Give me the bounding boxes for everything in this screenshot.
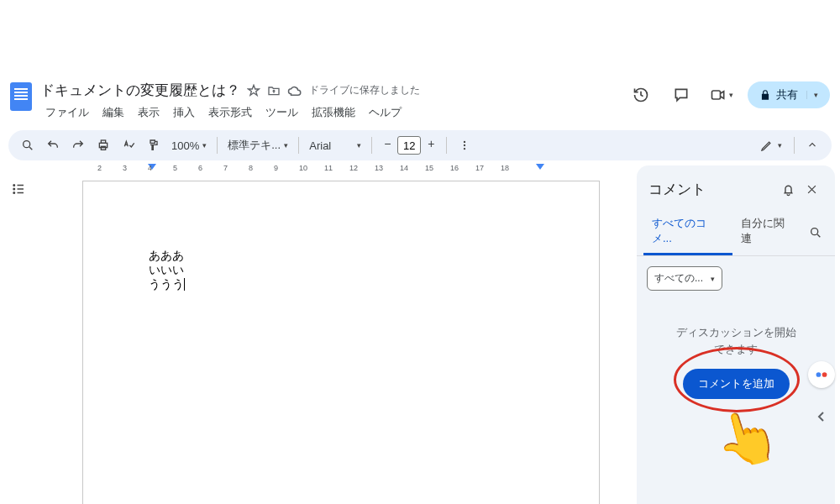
comments-icon[interactable] — [667, 81, 696, 109]
menu-tools[interactable]: ツール — [260, 103, 303, 122]
meet-icon[interactable]: ▾ — [707, 81, 736, 109]
menu-file[interactable]: ファイル — [40, 103, 94, 122]
document-text[interactable]: あああ いいい ううう — [149, 249, 533, 291]
save-status: ドライブに保存しました — [309, 83, 420, 97]
svg-point-1 — [24, 141, 30, 148]
comments-panel-title: コメント — [648, 180, 776, 199]
menu-edit[interactable]: 編集 — [97, 103, 129, 122]
tab-all-comments[interactable]: すべてのコメ... — [643, 209, 732, 255]
svg-rect-0 — [712, 91, 721, 99]
svg-point-13 — [822, 372, 827, 377]
menu-help[interactable]: ヘルプ — [364, 103, 407, 122]
side-float-button[interactable] — [808, 361, 835, 388]
paint-format-icon[interactable] — [143, 134, 165, 156]
font-size-control: − + — [379, 136, 439, 155]
svg-point-8 — [13, 185, 15, 186]
separator — [298, 137, 299, 154]
title-bar: ドキュメントの変更履歴とは？ ドライブに保存しました ファイル 編集 表示 挿入… — [0, 76, 840, 127]
svg-rect-3 — [101, 140, 105, 143]
share-label: 共有 — [776, 87, 798, 102]
menu-bar: ファイル 編集 表示 挿入 表示形式 ツール 拡張機能 ヘルプ — [40, 103, 618, 122]
menu-extensions[interactable]: 拡張機能 — [307, 103, 360, 122]
history-icon[interactable] — [627, 81, 655, 109]
search-icon[interactable] — [17, 134, 39, 156]
outline-toggle-icon[interactable] — [5, 176, 32, 202]
font-size-input[interactable] — [397, 136, 421, 155]
document-container: 2 3 4 5 6 7 8 9 10 11 12 13 14 15 16 17 … — [32, 164, 633, 504]
notifications-icon[interactable] — [776, 177, 800, 201]
svg-point-12 — [816, 372, 822, 377]
move-icon[interactable] — [267, 84, 281, 97]
ruler[interactable]: 2 3 4 5 6 7 8 9 10 11 12 13 14 15 16 17 … — [82, 164, 633, 179]
svg-point-5 — [464, 141, 465, 143]
close-panel-icon[interactable] — [800, 177, 823, 201]
separator — [794, 137, 795, 154]
comments-filter-select[interactable]: すべての...▾ — [647, 266, 722, 291]
print-icon[interactable] — [92, 134, 114, 156]
zoom-select[interactable]: 100%▾ — [168, 139, 210, 152]
editing-mode-select[interactable]: ▾ — [755, 136, 787, 155]
undo-icon[interactable] — [42, 134, 64, 156]
document-title[interactable]: ドキュメントの変更履歴とは？ — [40, 81, 240, 100]
text-cursor — [184, 278, 185, 291]
menu-format[interactable]: 表示形式 — [203, 103, 257, 122]
font-size-decrease[interactable]: − — [379, 137, 396, 154]
redo-icon[interactable] — [67, 134, 89, 156]
svg-point-10 — [13, 192, 15, 194]
add-comment-button[interactable]: コメントを追加 — [683, 369, 790, 399]
separator — [371, 137, 372, 154]
expand-icon[interactable] — [801, 134, 823, 156]
menu-view[interactable]: 表示 — [133, 103, 165, 122]
document-page[interactable]: あああ いいい ううう — [82, 181, 600, 504]
docs-logo[interactable] — [10, 82, 32, 111]
side-collapse-icon[interactable] — [814, 403, 829, 430]
star-icon[interactable] — [247, 84, 260, 97]
comments-empty-text: ディスカッションを開始 できます — [647, 324, 825, 357]
more-tools-icon[interactable] — [454, 134, 475, 156]
svg-point-9 — [13, 188, 15, 190]
svg-point-7 — [464, 148, 465, 150]
tab-my-comments[interactable]: 自分に関連 — [732, 209, 802, 255]
separator — [446, 137, 447, 154]
font-select[interactable]: Arial▾ — [306, 139, 365, 152]
font-size-increase[interactable]: + — [423, 137, 439, 154]
spellcheck-icon[interactable] — [118, 134, 139, 156]
paragraph-style-select[interactable]: 標準テキ...▾ — [224, 138, 291, 153]
search-comments-icon[interactable] — [802, 209, 828, 255]
toolbar: 100%▾ 標準テキ...▾ Arial▾ − + ▾ — [8, 130, 832, 160]
share-button[interactable]: 共有 ▾ — [748, 81, 830, 108]
cloud-status-icon[interactable] — [287, 85, 302, 97]
separator — [217, 137, 218, 154]
comments-panel: コメント すべてのコメ... 自分に関連 すべての...▾ — [637, 165, 835, 504]
menu-insert[interactable]: 挿入 — [168, 103, 200, 122]
svg-point-6 — [464, 144, 465, 146]
share-dropdown-icon[interactable]: ▾ — [806, 91, 818, 99]
indent-handle-right[interactable] — [536, 164, 544, 170]
svg-point-11 — [811, 228, 817, 234]
